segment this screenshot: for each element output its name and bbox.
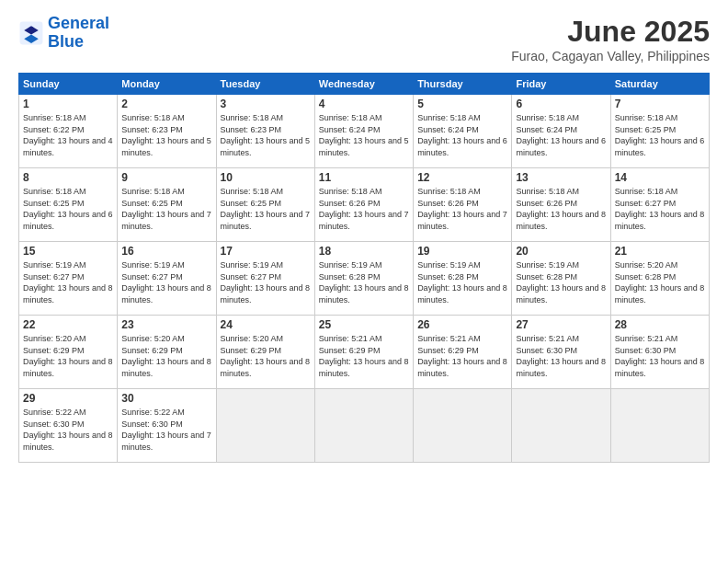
calendar-cell: 21Sunrise: 5:20 AMSunset: 6:28 PMDayligh… (610, 242, 709, 316)
calendar-cell: 19Sunrise: 5:19 AMSunset: 6:28 PMDayligh… (414, 242, 512, 316)
calendar-cell: 18Sunrise: 5:19 AMSunset: 6:28 PMDayligh… (314, 242, 413, 316)
day-number: 4 (319, 98, 409, 110)
calendar-week-3: 15Sunrise: 5:19 AMSunset: 6:27 PMDayligh… (19, 242, 710, 316)
day-number: 18 (319, 245, 409, 258)
calendar-cell: 20Sunrise: 5:19 AMSunset: 6:28 PMDayligh… (512, 242, 610, 316)
calendar-cell: 11Sunrise: 5:18 AMSunset: 6:26 PMDayligh… (314, 168, 413, 242)
calendar-cell: 16Sunrise: 5:19 AMSunset: 6:27 PMDayligh… (118, 242, 216, 316)
day-detail: Sunrise: 5:18 AMSunset: 6:23 PMDaylight:… (221, 112, 311, 158)
calendar-cell: 12Sunrise: 5:18 AMSunset: 6:26 PMDayligh… (414, 168, 512, 242)
calendar-cell: 25Sunrise: 5:21 AMSunset: 6:29 PMDayligh… (314, 316, 413, 389)
day-detail: Sunrise: 5:18 AMSunset: 6:24 PMDaylight:… (319, 112, 409, 158)
calendar-cell (414, 389, 512, 463)
day-detail: Sunrise: 5:18 AMSunset: 6:26 PMDaylight:… (516, 186, 606, 232)
calendar-cell: 5Sunrise: 5:18 AMSunset: 6:24 PMDaylight… (414, 95, 512, 168)
calendar-cell: 24Sunrise: 5:20 AMSunset: 6:29 PMDayligh… (216, 316, 314, 389)
calendar-table: Sunday Monday Tuesday Wednesday Thursday… (18, 73, 710, 463)
day-detail: Sunrise: 5:19 AMSunset: 6:27 PMDaylight:… (121, 259, 211, 305)
day-detail: Sunrise: 5:21 AMSunset: 6:30 PMDaylight:… (615, 333, 705, 379)
day-number: 21 (615, 245, 705, 258)
col-thursday: Thursday (414, 74, 512, 95)
calendar-cell: 6Sunrise: 5:18 AMSunset: 6:24 PMDaylight… (512, 95, 610, 168)
calendar-cell: 7Sunrise: 5:18 AMSunset: 6:25 PMDaylight… (610, 95, 709, 168)
day-detail: Sunrise: 5:19 AMSunset: 6:28 PMDaylight:… (417, 259, 507, 305)
day-detail: Sunrise: 5:19 AMSunset: 6:28 PMDaylight:… (516, 259, 606, 305)
location: Furao, Cagayan Valley, Philippines (511, 49, 710, 63)
col-tuesday: Tuesday (216, 74, 314, 95)
day-detail: Sunrise: 5:20 AMSunset: 6:29 PMDaylight:… (221, 333, 311, 379)
day-detail: Sunrise: 5:21 AMSunset: 6:30 PMDaylight:… (516, 333, 606, 379)
day-detail: Sunrise: 5:18 AMSunset: 6:26 PMDaylight:… (417, 186, 507, 232)
header-row: Sunday Monday Tuesday Wednesday Thursday… (19, 74, 710, 95)
day-number: 16 (121, 245, 211, 258)
logo-text: General Blue (48, 15, 109, 52)
calendar-cell: 27Sunrise: 5:21 AMSunset: 6:30 PMDayligh… (512, 316, 610, 389)
day-detail: Sunrise: 5:18 AMSunset: 6:25 PMDaylight:… (121, 186, 211, 232)
day-number: 7 (615, 98, 705, 110)
day-number: 22 (23, 318, 113, 331)
col-sunday: Sunday (19, 74, 118, 95)
calendar-cell: 23Sunrise: 5:20 AMSunset: 6:29 PMDayligh… (118, 316, 216, 389)
col-monday: Monday (118, 74, 216, 95)
day-detail: Sunrise: 5:20 AMSunset: 6:29 PMDaylight:… (121, 333, 211, 379)
calendar-cell: 2Sunrise: 5:18 AMSunset: 6:23 PMDaylight… (118, 95, 216, 168)
day-number: 24 (221, 318, 311, 331)
calendar-cell: 14Sunrise: 5:18 AMSunset: 6:27 PMDayligh… (610, 168, 709, 242)
month-year: June 2025 (511, 15, 710, 49)
calendar-cell (216, 389, 314, 463)
day-number: 19 (417, 245, 507, 258)
day-detail: Sunrise: 5:18 AMSunset: 6:25 PMDaylight:… (221, 186, 311, 232)
day-number: 13 (516, 171, 606, 184)
day-number: 5 (417, 98, 507, 110)
calendar-cell: 10Sunrise: 5:18 AMSunset: 6:25 PMDayligh… (216, 168, 314, 242)
day-detail: Sunrise: 5:18 AMSunset: 6:23 PMDaylight:… (121, 112, 211, 158)
title-block: June 2025 Furao, Cagayan Valley, Philipp… (511, 15, 710, 63)
calendar-week-2: 8Sunrise: 5:18 AMSunset: 6:25 PMDaylight… (19, 168, 710, 242)
day-number: 2 (121, 98, 211, 110)
day-detail: Sunrise: 5:22 AMSunset: 6:30 PMDaylight:… (23, 407, 113, 453)
day-number: 28 (615, 318, 705, 331)
calendar-cell: 4Sunrise: 5:18 AMSunset: 6:24 PMDaylight… (314, 95, 413, 168)
day-detail: Sunrise: 5:20 AMSunset: 6:29 PMDaylight:… (23, 333, 113, 379)
day-detail: Sunrise: 5:21 AMSunset: 6:29 PMDaylight:… (417, 333, 507, 379)
calendar-cell: 29Sunrise: 5:22 AMSunset: 6:30 PMDayligh… (19, 389, 118, 463)
calendar-cell: 1Sunrise: 5:18 AMSunset: 6:22 PMDaylight… (19, 95, 118, 168)
day-number: 11 (319, 171, 409, 184)
calendar-cell (610, 389, 709, 463)
logo: G General Blue (18, 15, 109, 52)
day-detail: Sunrise: 5:19 AMSunset: 6:27 PMDaylight:… (23, 259, 113, 305)
calendar-cell: 9Sunrise: 5:18 AMSunset: 6:25 PMDaylight… (118, 168, 216, 242)
calendar-cell: 8Sunrise: 5:18 AMSunset: 6:25 PMDaylight… (19, 168, 118, 242)
day-detail: Sunrise: 5:18 AMSunset: 6:22 PMDaylight:… (23, 112, 113, 158)
logo-line2: Blue (48, 32, 84, 51)
day-detail: Sunrise: 5:19 AMSunset: 6:28 PMDaylight:… (319, 259, 409, 305)
calendar-cell: 17Sunrise: 5:19 AMSunset: 6:27 PMDayligh… (216, 242, 314, 316)
calendar-week-1: 1Sunrise: 5:18 AMSunset: 6:22 PMDaylight… (19, 95, 710, 168)
day-number: 15 (23, 245, 113, 258)
logo-line1: General (48, 14, 109, 32)
logo-icon: G (18, 20, 44, 46)
day-detail: Sunrise: 5:18 AMSunset: 6:25 PMDaylight:… (23, 186, 113, 232)
calendar-week-5: 29Sunrise: 5:22 AMSunset: 6:30 PMDayligh… (19, 389, 710, 463)
col-friday: Friday (512, 74, 610, 95)
day-number: 29 (23, 392, 113, 405)
day-number: 20 (516, 245, 606, 258)
day-number: 25 (319, 318, 409, 331)
day-number: 23 (121, 318, 211, 331)
day-detail: Sunrise: 5:18 AMSunset: 6:24 PMDaylight:… (516, 112, 606, 158)
day-detail: Sunrise: 5:19 AMSunset: 6:27 PMDaylight:… (221, 259, 311, 305)
day-detail: Sunrise: 5:18 AMSunset: 6:24 PMDaylight:… (417, 112, 507, 158)
calendar-cell: 28Sunrise: 5:21 AMSunset: 6:30 PMDayligh… (610, 316, 709, 389)
page: G General Blue June 2025 Furao, Cagayan … (0, 0, 728, 563)
calendar-cell: 3Sunrise: 5:18 AMSunset: 6:23 PMDaylight… (216, 95, 314, 168)
day-number: 6 (516, 98, 606, 110)
col-wednesday: Wednesday (314, 74, 413, 95)
day-detail: Sunrise: 5:18 AMSunset: 6:27 PMDaylight:… (615, 186, 705, 232)
day-number: 1 (23, 98, 113, 110)
calendar-cell: 26Sunrise: 5:21 AMSunset: 6:29 PMDayligh… (414, 316, 512, 389)
day-detail: Sunrise: 5:20 AMSunset: 6:28 PMDaylight:… (615, 259, 705, 305)
day-number: 14 (615, 171, 705, 184)
calendar-cell: 30Sunrise: 5:22 AMSunset: 6:30 PMDayligh… (118, 389, 216, 463)
day-detail: Sunrise: 5:18 AMSunset: 6:26 PMDaylight:… (319, 186, 409, 232)
day-number: 27 (516, 318, 606, 331)
